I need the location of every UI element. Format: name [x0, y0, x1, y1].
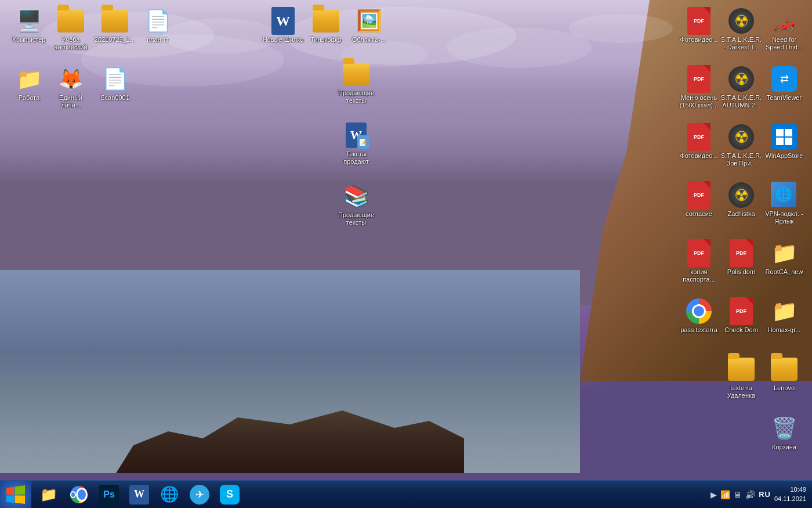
icon-teamviewer[interactable]: ⇄ TeamViewer	[761, 63, 807, 104]
icon-label-check-dom: Check Dom	[724, 326, 757, 334]
icon-date-folder[interactable]: 20210729_1...	[92, 5, 138, 46]
icon-novye-shilko[interactable]: W Новые Шилко	[260, 5, 306, 46]
taskbar-word-button[interactable]: W	[125, 482, 153, 507]
icon-label-prodayushie2: Продающие тексты	[335, 211, 377, 226]
icon-label-polis-dom: Polis dom	[727, 268, 755, 276]
icon-label-need-for-speed: Need for Speed Und...	[763, 36, 805, 51]
icon-tinkoff[interactable]: Тинькофф	[303, 5, 349, 46]
icon-ediny[interactable]: 🦊 Единый личн...	[48, 63, 94, 111]
icon-soglasie[interactable]: согласие	[676, 179, 722, 220]
icon-stalker3[interactable]: S.T.A.L.K.E.R. Зов При...	[718, 121, 764, 170]
icon-stalker1[interactable]: S.T.A.L.K.E.R. - Darkest T...	[718, 5, 764, 53]
icon-label-stalker3: S.T.A.L.K.E.R. Зов При...	[720, 152, 762, 167]
icon-scan[interactable]: 📄 Scan0001	[92, 63, 138, 104]
icon-kopiya[interactable]: копия паспорта...	[676, 237, 722, 286]
taskbar-photoshop-button[interactable]: Ps	[95, 482, 123, 507]
icon-menu-osen[interactable]: Меню осень (1500 ккал)...	[676, 63, 722, 111]
taskbar-apps: 📁 Ps W 🌐 ✈	[31, 481, 705, 509]
icon-label-teamviewer: TeamViewer	[767, 94, 802, 102]
icon-prodayushie2[interactable]: 📚 Продающие тексты	[333, 180, 379, 229]
tray-network-icon[interactable]: 📶	[720, 490, 730, 499]
icon-label-pass-texterra: pass texterra	[680, 326, 717, 334]
taskbar: 📁 Ps W 🌐 ✈	[0, 480, 812, 508]
icon-label-rootca: RootCA_new	[766, 268, 803, 276]
icon-oblozhka[interactable]: 🖼️ Обложка-...	[346, 5, 392, 46]
icon-ucheba[interactable]: Учёба английский	[48, 5, 94, 53]
icon-label-homax: Homax-gr...	[768, 326, 801, 334]
tray-language-indicator[interactable]: RU	[759, 490, 771, 499]
icon-label-stalker1: S.T.A.L.K.E.R. - Darkest T...	[720, 36, 762, 51]
tray-clock[interactable]: 10:49 04.11.2021	[774, 485, 806, 503]
icon-stalker2[interactable]: S.T.A.L.K.E.R. AUTUMN 2...	[718, 63, 764, 111]
desktop: 🖥️ Компьютер Учёба английский 20210729_1…	[0, 0, 812, 508]
icon-label-korzina: Корзина	[772, 444, 796, 451]
icon-komputer[interactable]: 🖥️ Компьютер	[6, 5, 52, 46]
icon-lenovo[interactable]: Lenovo	[761, 353, 807, 394]
icon-fotovideo1[interactable]: Фотовидео...	[676, 5, 722, 46]
icon-label-novye-shilko: Новые Шилко	[263, 36, 304, 44]
icon-polis-dom[interactable]: Polis dom	[718, 237, 764, 278]
icon-teksty[interactable]: W 📝 Тексты продают	[333, 119, 379, 168]
icon-label-prodayushie1: Продающие тексты	[335, 89, 377, 105]
icon-rootca[interactable]: 📁 RootCA_new	[761, 237, 807, 278]
icon-plan-tt[interactable]: 📄 план тт	[135, 5, 181, 46]
icon-zachistka[interactable]: Zachistka	[718, 179, 764, 220]
taskbar-skype-button[interactable]: S	[216, 482, 244, 507]
icon-label-teksty: Тексты продают	[335, 150, 377, 165]
windows-logo-icon	[6, 485, 25, 504]
icon-label-vpn: VPN-подкл. - Ярлык	[763, 210, 805, 225]
icon-label-oblozhka: Обложка-...	[352, 36, 386, 44]
desktop-icons-container: 🖥️ Компьютер Учёба английский 20210729_1…	[0, 0, 812, 485]
icon-need-for-speed[interactable]: 🏎️ Need for Speed Und...	[761, 5, 807, 53]
icon-label-winappstore: WinAppStore	[766, 152, 803, 160]
icon-korzina[interactable]: 🗑️ Корзина	[761, 412, 807, 453]
icon-homax[interactable]: 📁 Homax-gr...	[761, 295, 807, 336]
icon-label-date-folder: 20210729_1...	[95, 36, 135, 44]
icon-label-fotovideo1: Фотовидео...	[680, 36, 717, 44]
icon-winappstore[interactable]: WinAppStore	[761, 121, 807, 162]
tray-date-display: 04.11.2021	[774, 495, 806, 503]
icon-check-dom[interactable]: Check Dom	[718, 295, 764, 336]
tray-antivirus-icon[interactable]: ▶	[710, 490, 717, 499]
icon-label-fotovideo2: Фотовидео...	[680, 152, 717, 160]
icon-prodayushie1[interactable]: Продающие тексты	[333, 58, 379, 107]
tray-display-icon[interactable]: 🖥	[734, 490, 742, 499]
icon-vpn[interactable]: 🌐 VPN-подкл. - Ярлык	[761, 179, 807, 228]
icon-fotovideo2[interactable]: Фотовидео...	[676, 121, 722, 162]
icon-label-plan-tt: план тт	[147, 36, 169, 44]
tray-time-display: 10:49	[774, 485, 806, 494]
start-button[interactable]	[0, 481, 31, 509]
system-tray: ▶ 📶 🖥 🔊 RU 10:49 04.11.2021	[705, 481, 812, 509]
icon-label-zachistka: Zachistka	[727, 210, 755, 218]
icon-label-soglasie: согласие	[686, 210, 712, 218]
taskbar-chrome-button[interactable]	[65, 482, 93, 507]
taskbar-telegram-button[interactable]: ✈	[186, 482, 213, 507]
icon-pass-texterra[interactable]: pass texterra	[676, 295, 722, 336]
taskbar-ie-button[interactable]: 🌐	[155, 482, 183, 507]
icon-label-kopiya: копия паспорта...	[678, 268, 720, 283]
icon-label-lenovo: Lenovo	[774, 384, 795, 392]
icon-label-scan: Scan0001	[100, 94, 129, 102]
icon-label-ucheba: Учёба английский	[50, 36, 92, 51]
taskbar-explorer-button[interactable]: 📁	[35, 482, 63, 507]
icon-label-komputer: Компьютер	[13, 36, 46, 44]
icon-label-ediny: Единый личн...	[50, 94, 92, 109]
icon-rabota[interactable]: 📁 Работа	[6, 63, 52, 104]
icon-label-texterra-udalenka: texterra Удаленка	[720, 384, 762, 399]
tray-volume-icon[interactable]: 🔊	[745, 490, 755, 499]
icon-label-menu-osen: Меню осень (1500 ккал)...	[678, 94, 720, 109]
icon-texterra-udalenka[interactable]: texterra Удаленка	[718, 353, 764, 402]
icon-label-rabota: Работа	[19, 94, 39, 102]
icon-label-tinkoff: Тинькофф	[310, 36, 341, 44]
icon-label-stalker2: S.T.A.L.K.E.R. AUTUMN 2...	[720, 94, 762, 109]
